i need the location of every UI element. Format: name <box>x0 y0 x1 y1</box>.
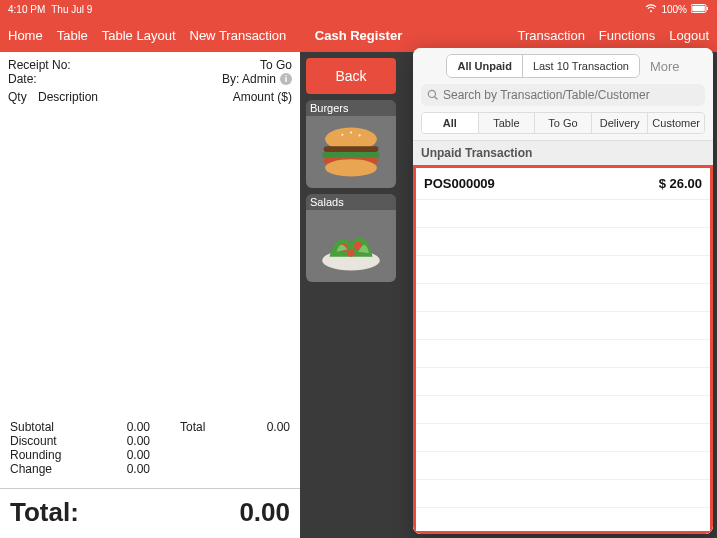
receipt-panel: Receipt No: To Go Date: By: Admin i Qty … <box>0 52 300 538</box>
list-item <box>416 480 710 508</box>
transaction-list-highlight: POS000009 $ 26.00 <box>413 165 713 534</box>
filter-delivery[interactable]: Delivery <box>591 113 648 133</box>
svg-point-6 <box>359 134 361 136</box>
seg-last-10[interactable]: Last 10 Transaction <box>522 55 639 77</box>
filter-table[interactable]: Table <box>478 113 535 133</box>
filter-all[interactable]: All <box>422 113 478 133</box>
rounding-value: 0.00 <box>90 448 150 462</box>
grand-total-label: Total: <box>10 497 79 528</box>
change-value: 0.00 <box>90 462 150 476</box>
search-input[interactable] <box>443 88 699 102</box>
more-button[interactable]: More <box>650 59 680 74</box>
seg-all-unpaid[interactable]: All Unpaid <box>447 55 521 77</box>
svg-point-4 <box>341 134 343 136</box>
nav-home[interactable]: Home <box>8 28 43 43</box>
list-item <box>416 424 710 452</box>
page-title: Cash Register <box>315 28 402 43</box>
svg-point-10 <box>325 159 377 176</box>
svg-rect-1 <box>692 5 705 11</box>
col-qty: Qty <box>8 90 38 104</box>
list-item <box>416 228 710 256</box>
filter-tabs: All Table To Go Delivery Customer <box>421 112 705 134</box>
transaction-row[interactable]: POS000009 $ 26.00 <box>416 168 710 200</box>
battery-text: 100% <box>661 4 687 15</box>
receipt-no-label: Receipt No: <box>8 58 71 72</box>
svg-rect-7 <box>324 146 379 152</box>
total-label: Total <box>150 420 230 434</box>
transaction-id: POS000009 <box>424 176 495 191</box>
col-desc: Description <box>38 90 233 104</box>
battery-icon <box>691 4 709 15</box>
burger-image <box>306 116 396 188</box>
svg-point-5 <box>350 131 352 133</box>
list-item <box>416 452 710 480</box>
section-header: Unpaid Transaction <box>413 141 713 165</box>
status-date: Thu Jul 9 <box>51 4 92 15</box>
list-item <box>416 256 710 284</box>
receipt-no-value: To Go <box>260 58 292 72</box>
discount-label: Discount <box>10 434 90 448</box>
subtotal-label: Subtotal <box>10 420 90 434</box>
col-amount: Amount ($) <box>233 90 292 104</box>
nav-table-layout[interactable]: Table Layout <box>102 28 176 43</box>
info-icon[interactable]: i <box>280 73 292 85</box>
total-value: 0.00 <box>230 420 290 434</box>
salad-image <box>306 210 396 282</box>
transaction-amount: $ 26.00 <box>659 176 702 191</box>
search-icon <box>427 89 439 101</box>
subtotal-value: 0.00 <box>90 420 150 434</box>
wifi-icon <box>645 3 657 15</box>
nav-functions[interactable]: Functions <box>599 28 655 43</box>
receipt-date-label: Date: <box>8 72 37 86</box>
grand-total-value: 0.00 <box>239 497 290 528</box>
change-label: Change <box>10 462 90 476</box>
list-item <box>416 340 710 368</box>
list-item <box>416 200 710 228</box>
category-label: Burgers <box>306 100 396 116</box>
discount-value: 0.00 <box>90 434 150 448</box>
category-burgers[interactable]: Burgers <box>306 100 396 188</box>
svg-point-14 <box>347 250 354 257</box>
search-field[interactable] <box>421 84 705 106</box>
status-bar: 4:10 PM Thu Jul 9 100% <box>0 0 717 18</box>
back-button[interactable]: Back <box>306 58 396 94</box>
transaction-popover: All Unpaid Last 10 Transaction More All … <box>413 48 713 534</box>
nav-bar: Home Table Table Layout New Transaction … <box>0 18 717 52</box>
nav-logout[interactable]: Logout <box>669 28 709 43</box>
filter-togo[interactable]: To Go <box>534 113 591 133</box>
nav-table[interactable]: Table <box>57 28 88 43</box>
svg-rect-2 <box>707 6 708 9</box>
receipt-by-label: By: Admin <box>222 72 276 86</box>
nav-new-transaction[interactable]: New Transaction <box>190 28 287 43</box>
category-salads[interactable]: Salads <box>306 194 396 282</box>
category-label: Salads <box>306 194 396 210</box>
status-time: 4:10 PM <box>8 4 45 15</box>
transaction-segmented: All Unpaid Last 10 Transaction <box>446 54 639 78</box>
list-item <box>416 284 710 312</box>
nav-transaction[interactable]: Transaction <box>517 28 584 43</box>
svg-rect-8 <box>322 152 380 158</box>
rounding-label: Rounding <box>10 448 90 462</box>
filter-customer[interactable]: Customer <box>647 113 704 133</box>
list-item <box>416 368 710 396</box>
list-item <box>416 396 710 424</box>
list-item <box>416 312 710 340</box>
receipt-lines <box>0 108 300 414</box>
